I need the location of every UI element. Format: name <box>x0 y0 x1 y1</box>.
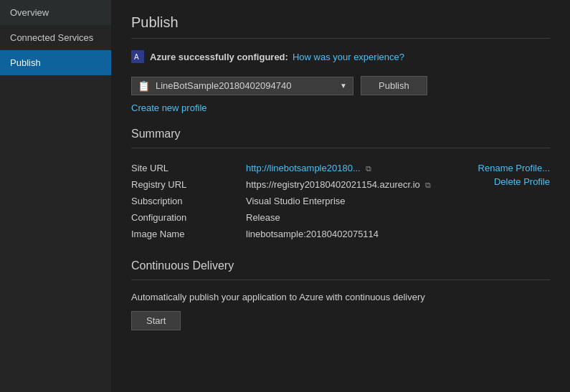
value-registry-url: https://registry20180402021154.azurecr.i… <box>246 176 465 193</box>
table-row: Site URL http://linebotsample20180... ⧉ … <box>131 160 550 176</box>
profile-dropdown[interactable]: 📋 LineBotSample20180402094740 ▼ <box>131 77 353 95</box>
sidebar-item-publish[interactable]: Publish <box>0 50 111 75</box>
create-profile-link[interactable]: Create new profile <box>131 102 207 113</box>
value-site-url: http://linebotsample20180... ⧉ <box>246 160 465 176</box>
delete-profile-link[interactable]: Delete Profile <box>465 176 550 187</box>
main-content: Publish A Azure successfully configured:… <box>111 0 570 392</box>
azure-icon: A <box>131 50 144 63</box>
sidebar-item-connected-services[interactable]: Connected Services <box>0 25 111 50</box>
summary-actions: Rename Profile... Delete Profile <box>465 160 550 242</box>
summary-divider <box>131 148 550 148</box>
label-subscription: Subscription <box>131 193 246 209</box>
label-configuration: Configuration <box>131 209 246 226</box>
publish-button[interactable]: Publish <box>361 76 427 95</box>
start-button[interactable]: Start <box>131 311 181 330</box>
page-title: Publish <box>131 14 550 31</box>
svg-text:A: A <box>134 53 139 61</box>
cd-title: Continuous Delivery <box>131 259 550 272</box>
cd-description: Automatically publish your application t… <box>131 292 550 302</box>
cd-divider <box>131 279 550 280</box>
experience-link[interactable]: How was your experience? <box>293 52 404 62</box>
value-subscription: Visual Studio Enterprise <box>246 193 465 209</box>
success-banner: A Azure successfully configured: How was… <box>131 50 550 63</box>
continuous-delivery-section: Continuous Delivery Automatically publis… <box>131 259 550 330</box>
title-divider <box>131 38 550 39</box>
chevron-down-icon: ▼ <box>340 82 347 90</box>
copy-registry-url-icon[interactable]: ⧉ <box>425 181 431 190</box>
sidebar-item-overview[interactable]: Overview <box>0 0 111 25</box>
profile-icon: 📋 <box>138 80 150 92</box>
value-configuration: Release <box>246 209 465 226</box>
value-image-name: linebotsample:20180402075114 <box>246 226 465 242</box>
label-image-name: Image Name <box>131 226 246 242</box>
copy-site-url-icon[interactable]: ⧉ <box>366 164 371 173</box>
label-registry-url: Registry URL <box>131 176 246 193</box>
success-bold-text: Azure successfully configured: <box>150 52 288 62</box>
label-site-url: Site URL <box>131 160 246 176</box>
site-url-link[interactable]: http://linebotsample20180... <box>246 163 361 173</box>
rename-profile-link[interactable]: Rename Profile... <box>465 163 550 173</box>
profile-row: 📋 LineBotSample20180402094740 ▼ Publish <box>131 76 550 95</box>
summary-title: Summary <box>131 128 550 140</box>
sidebar: Overview Connected Services Publish <box>0 0 111 392</box>
profile-select-text: LineBotSample20180402094740 <box>156 80 334 91</box>
summary-table: Site URL http://linebotsample20180... ⧉ … <box>131 160 550 242</box>
